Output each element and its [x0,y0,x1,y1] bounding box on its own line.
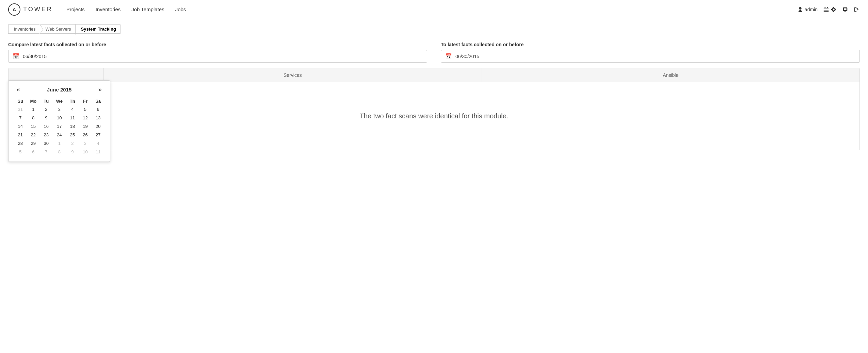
calendar-day-1-5[interactable]: 12 [79,114,92,122]
calendar-day-2-0[interactable]: 14 [14,122,27,131]
day-header-fr: Fr [79,97,92,105]
left-date-label: Compare latest facts collected on or bef… [8,42,427,47]
breadcrumb-system-tracking[interactable]: System Tracking [75,24,120,34]
wrench-icon [831,6,837,13]
calendar-day-3-5[interactable]: 26 [79,131,92,139]
calendar-day-0-1[interactable]: 1 [27,105,40,114]
day-header-we: We [53,97,66,105]
calendar-day-0-2[interactable]: 2 [40,105,53,114]
calendar-week-4: 2829301234 [14,139,105,148]
day-header-tu: Tu [40,97,53,105]
calendar-day-0-6[interactable]: 6 [92,105,105,114]
calendar-day-2-6[interactable]: 20 [92,122,105,131]
calendar-day-5-0[interactable]: 5 [14,148,27,150]
day-header-mo: Mo [27,97,40,105]
right-date-label: To latest facts collected on or before [441,42,860,47]
brand-name: TOWER [23,6,53,13]
calendar-day-3-2[interactable]: 23 [40,131,53,139]
calendar-header: « June 2015 » [14,86,105,93]
table-services-col[interactable]: Services [104,68,482,82]
nav-inventories[interactable]: Inventories [96,6,120,12]
nav-projects[interactable]: Projects [66,6,85,12]
user-menu[interactable]: admin [797,6,818,13]
calendar-day-0-4[interactable]: 4 [66,105,79,114]
calendar-popup: « June 2015 » Su Mo Tu We Th Fr Sa 31123… [8,80,110,150]
right-date-picker-group: To latest facts collected on or before 📅… [441,42,860,63]
calendar-day-1-6[interactable]: 13 [92,114,105,122]
calendar-day-1-1[interactable]: 8 [27,114,40,122]
left-date-value: 06/30/2015 [23,54,47,59]
calendar-day-5-2[interactable]: 7 [40,148,53,150]
calendar-day-3-6[interactable]: 27 [92,131,105,139]
left-calendar-icon: 📅 [13,53,19,60]
calendar-day-4-1[interactable]: 29 [27,139,40,148]
day-header-sa: Sa [92,97,105,105]
settings-button[interactable] [823,6,837,13]
right-date-input[interactable]: 📅 06/30/2015 [441,50,860,63]
calendar-day-2-3[interactable]: 17 [53,122,66,131]
calendar-day-0-5[interactable]: 5 [79,105,92,114]
tools-icon [823,6,829,13]
calendar-week-1: 78910111213 [14,114,105,122]
calendar-day-1-4[interactable]: 11 [66,114,79,122]
calendar-day-2-1[interactable]: 15 [27,122,40,131]
calendar-day-3-1[interactable]: 22 [27,131,40,139]
breadcrumb: Inventories Web Servers System Tracking [0,19,868,34]
calendar-day-3-3[interactable]: 24 [53,131,66,139]
calendar-day-5-5[interactable]: 10 [79,148,92,150]
date-pickers: Compare latest facts collected on or bef… [8,42,860,63]
calendar-day-5-1[interactable]: 6 [27,148,40,150]
calendar-day-4-0[interactable]: 28 [14,139,27,148]
calendar-day-headers: Su Mo Tu We Th Fr Sa [14,97,105,105]
monitor-button[interactable] [842,6,848,13]
nav-job-templates[interactable]: Job Templates [131,6,164,12]
calendar-day-4-4[interactable]: 2 [66,139,79,148]
calendar-day-1-0[interactable]: 7 [14,114,27,122]
calendar-day-0-0[interactable]: 31 [14,105,27,114]
calendar-grid: Su Mo Tu We Th Fr Sa 3112345678910111213… [14,97,105,150]
calendar-day-5-3[interactable]: 8 [53,148,66,150]
calendar-month-year: June 2015 [47,87,72,93]
calendar-week-2: 14151617181920 [14,122,105,131]
signout-button[interactable] [854,6,860,13]
calendar-day-2-5[interactable]: 19 [79,122,92,131]
calendar-day-0-3[interactable]: 3 [53,105,66,114]
calendar-day-5-6[interactable]: 11 [92,148,105,150]
nav-jobs[interactable]: Jobs [175,6,186,12]
calendar-day-1-2[interactable]: 9 [40,114,53,122]
username: admin [805,7,818,12]
brand-circle: A [8,3,20,16]
right-date-value: 06/30/2015 [455,54,479,59]
day-header-th: Th [66,97,79,105]
left-date-input[interactable]: 📅 06/30/2015 [8,50,427,63]
calendar-day-2-2[interactable]: 16 [40,122,53,131]
calendar-day-2-4[interactable]: 18 [66,122,79,131]
navbar: A TOWER Projects Inventories Job Templat… [0,0,868,19]
nav-links: Projects Inventories Job Templates Jobs [66,6,797,12]
calendar-day-4-2[interactable]: 30 [40,139,53,148]
signout-icon [854,6,860,13]
calendar-day-4-6[interactable]: 4 [92,139,105,148]
table-area: Services Ansible The two fact scans were… [8,68,860,150]
brand-logo[interactable]: A TOWER [8,3,53,16]
main-content: Compare latest facts collected on or bef… [0,34,868,150]
breadcrumb-web-servers[interactable]: Web Servers [40,24,76,34]
calendar-day-4-3[interactable]: 1 [53,139,66,148]
brand-letter: A [13,7,16,12]
table-empty-col [9,68,104,82]
calendar-day-1-3[interactable]: 10 [53,114,66,122]
calendar-next[interactable]: » [96,86,105,93]
left-date-picker-group: Compare latest facts collected on or bef… [8,42,427,63]
calendar-week-0: 31123456 [14,105,105,114]
calendar-prev[interactable]: « [14,86,23,93]
calendar-day-3-0[interactable]: 21 [14,131,27,139]
calendar-day-4-5[interactable]: 3 [79,139,92,148]
calendar-week-3: 21222324252627 [14,131,105,139]
breadcrumb-inventories[interactable]: Inventories [8,24,40,34]
right-calendar-icon: 📅 [445,53,452,60]
calendar-day-5-4[interactable]: 9 [66,148,79,150]
identical-message: The two fact scans were identical for th… [360,112,509,120]
nav-right: admin [797,6,860,13]
table-ansible-col[interactable]: Ansible [482,68,860,82]
calendar-day-3-4[interactable]: 25 [66,131,79,139]
